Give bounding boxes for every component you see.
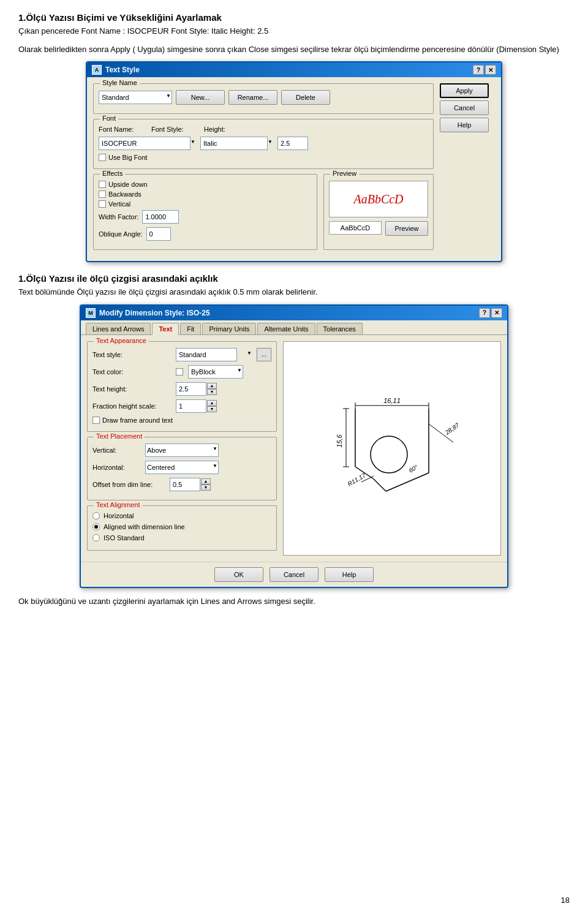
effects-group-label: Effects [100,170,125,177]
cancel-button[interactable]: Cancel [440,100,489,115]
text-appearance-group: Text Appearance Text style: ... Text col… [87,341,277,432]
backwards-label: Backwards [108,191,141,198]
width-factor-input[interactable] [142,210,179,224]
horizontal-radio[interactable] [92,512,100,519]
draw-frame-label: Draw frame around text [102,417,173,424]
vertical-checkbox[interactable] [99,200,106,208]
text-alignment-label: Text Alignment [94,501,143,508]
svg-text:16,11: 16,11 [383,397,401,404]
upside-down-checkbox[interactable] [99,181,106,188]
backwards-checkbox[interactable] [99,191,106,198]
vertical-select-wrap[interactable]: Above [145,443,219,457]
section2-sub: Text bölümünde Ölçü yazısı ile ölçü çizg… [18,286,570,298]
dim-ok-button[interactable]: OK [214,567,263,582]
offset-up-btn[interactable]: ▲ [201,478,211,485]
dimension-dialog-titlebar: M Modify Dimension Style: ISO-25 ? ✕ [81,306,507,320]
dialog-tabs: Lines and Arrows Text Fit Primary Units … [81,320,507,335]
style-name-label: Style Name [100,79,140,86]
text-alignment-group: Text Alignment Horizontal Aligned with d… [87,505,277,551]
font-style-select-wrap[interactable] [200,137,274,150]
tab-primary-units[interactable]: Primary Units [202,323,256,334]
font-name-select-wrap[interactable] [99,137,197,150]
dim-help-win-btn[interactable]: ? [479,308,490,318]
draw-frame-checkbox[interactable] [92,417,100,424]
vertical-label: Vertical [108,200,130,208]
tab-fit[interactable]: Fit [180,323,201,334]
svg-text:15,6: 15,6 [336,434,343,447]
oblique-angle-label: Oblique Angle: [99,230,143,238]
iso-radio[interactable] [92,534,100,542]
svg-text:R11,17: R11,17 [347,471,368,487]
style-name-input[interactable] [99,91,172,104]
text-style-select-wrap[interactable] [176,348,253,361]
oblique-angle-input[interactable] [146,227,171,241]
offset-input[interactable] [170,478,200,491]
horizontal-select-wrap[interactable]: Centered [145,461,219,474]
tab-text[interactable]: Text [152,323,179,335]
font-style-label: Font Style: [151,126,200,133]
text-height-down-btn[interactable]: ▼ [207,389,217,395]
use-big-font-checkbox[interactable] [99,154,106,161]
dim-cancel-button[interactable]: Cancel [270,567,318,582]
text-placement-group: Text Placement Vertical: Above Horizonta… [87,437,277,500]
preview-group-label: Preview [330,170,359,177]
preview-group: Preview AaBbCcD AaBbCcD Preview [323,174,434,250]
text-height-up-btn[interactable]: ▲ [207,383,217,389]
style-name-group: Style Name New... Rename... Delete [93,83,434,114]
vertical-select[interactable]: Above [145,443,219,457]
intro-line1: Çıkan pencerede Font Name : ISOCPEUR Fon… [18,25,570,37]
text-color-checkbox [176,368,183,375]
text-color-input[interactable] [188,365,243,379]
offset-down-btn[interactable]: ▼ [201,485,211,491]
fraction-height-input[interactable] [176,399,206,413]
height-input[interactable] [277,137,308,150]
text-style-browse-btn[interactable]: ... [257,348,271,361]
apply-button[interactable]: Apply [440,83,489,98]
horizontal-radio-label: Horizontal [104,512,134,519]
preview-button[interactable]: Preview [385,221,428,236]
aligned-radio-label: Aligned with dimension line [104,523,185,530]
dimension-preview-svg: 16,11 15,6 [284,342,500,555]
delete-button[interactable]: Delete [281,90,330,105]
fraction-height-up-btn[interactable]: ▲ [207,400,217,406]
tab-lines-arrows[interactable]: Lines and Arrows [86,323,151,334]
close-win-btn[interactable]: ✕ [485,65,496,75]
style-name-select-wrap[interactable] [99,91,172,104]
new-button[interactable]: New... [176,90,225,105]
svg-point-9 [371,436,407,473]
aligned-radio[interactable] [92,523,100,530]
dimension-style-dialog: M Modify Dimension Style: ISO-25 ? ✕ Lin… [80,304,508,588]
fraction-height-down-btn[interactable]: ▼ [207,406,217,412]
text-height-input[interactable] [176,382,206,396]
dimension-dialog-body: Text Appearance Text style: ... Text col… [81,335,507,562]
dim-help-button[interactable]: Help [325,567,374,582]
text-style-label: Text style: [92,351,172,358]
text-placement-label: Text Placement [94,432,145,440]
dimension-dialog-title: Modify Dimension Style: ISO-25 [99,309,210,317]
text-color-select-wrap[interactable] [188,365,243,379]
font-name-input[interactable] [99,137,190,150]
svg-text:28,87: 28,87 [443,421,459,436]
help-win-btn[interactable]: ? [473,65,484,75]
help-button[interactable]: Help [440,118,489,132]
tab-alternate-units[interactable]: Alternate Units [257,323,315,334]
horizontal-select[interactable]: Centered [145,461,219,474]
dim-close-win-btn[interactable]: ✕ [491,308,502,318]
tab-tolerances[interactable]: Tolerances [317,323,363,334]
font-style-input[interactable] [200,137,268,150]
offset-label: Offset from dim line: [92,481,166,488]
dimension-window-buttons: ? ✕ [479,308,502,318]
vertical-field-label: Vertical: [92,447,141,454]
rename-button[interactable]: Rename... [228,90,277,105]
font-group: Font Font Name: Font Style: Height: [93,119,434,169]
text-style-input[interactable] [176,348,237,361]
fraction-height-label: Fraction height scale: [92,402,172,410]
preview-text-display: AaBbCcD [329,221,382,235]
footer-text: Ok büyüklüğünü ve uzantı çizgilerini aya… [18,595,570,608]
window-buttons: ? ✕ [473,65,496,75]
width-factor-label: Width Factor: [99,213,138,221]
page-title: 1.Ölçü Yazısı Biçimi ve Yüksekliğini Aya… [18,12,570,23]
dimension-dialog-footer: OK Cancel Help [81,562,507,587]
svg-text:60°: 60° [408,463,420,474]
dimension-svg: 16,11 15,6 [325,387,459,510]
